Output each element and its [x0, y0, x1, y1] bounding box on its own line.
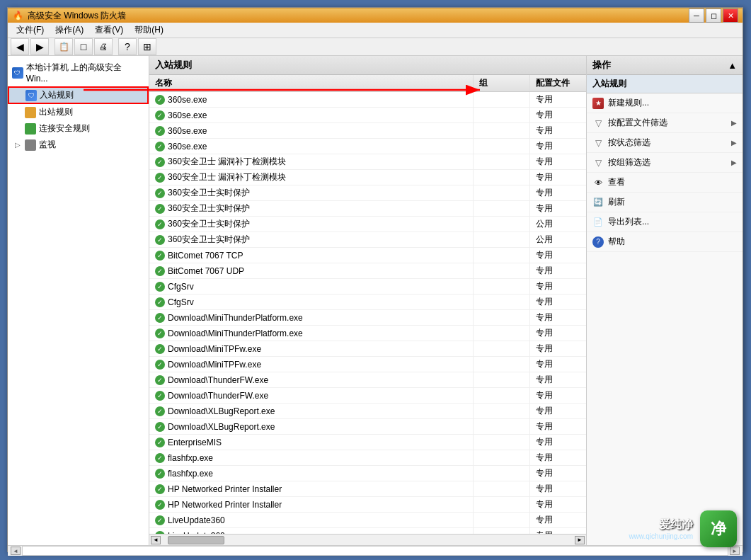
table-row[interactable]: ✓ HP Networked Printer Installer 专用	[149, 481, 586, 497]
table-row[interactable]: ✓ 360安全卫士实时保护 专用	[149, 201, 586, 217]
action-filter-group[interactable]: ▽ 按组筛选选 ▶	[587, 153, 743, 173]
rule-profile-cell: 专用	[529, 513, 586, 528]
actions-header: 操作 ▲	[587, 56, 743, 75]
rule-name: HP Networked Printer Installer	[168, 484, 282, 494]
back-button[interactable]: ◀	[11, 38, 29, 55]
table-row[interactable]: ✓ 360安全卫士 漏洞补丁检测模块 专用	[149, 170, 586, 185]
table-row[interactable]: ✓ Download\ThunderFW.exe 专用	[149, 388, 586, 404]
window-controls: ─ ◻ ✕	[689, 8, 738, 23]
rule-profile-cell: 专用	[529, 310, 586, 326]
rule-profile-cell: 专用	[529, 154, 586, 170]
table-row[interactable]: ✓ 360se.exe 专用	[149, 108, 586, 123]
table-row[interactable]: ✓ 360se.exe 专用	[149, 92, 586, 108]
forward-button[interactable]: ▶	[30, 38, 49, 55]
main-container: 🛡 本地计算机 上的高级安全 Win... 🛡 入站规则 出站规则 连接安全规则…	[8, 56, 743, 545]
table-row[interactable]: ✓ LiveUpdate360 专用	[149, 513, 586, 528]
table-row[interactable]: ✓ Download\MiniThunderPlatform.exe 专用	[149, 326, 586, 341]
status-scroll-right[interactable]: ►	[730, 547, 740, 555]
action-refresh[interactable]: 🔄 刷新	[587, 193, 743, 212]
table-scroll-area[interactable]: 名称 组 配置文件 ✓ 360se.exe	[149, 75, 586, 534]
table-row[interactable]: ✓ BitComet 7067 TCP 专用	[149, 248, 586, 263]
action-filter-status[interactable]: ▽ 按状态筛选 ▶	[587, 133, 743, 153]
rule-name-cell: ✓ 360se.exe	[149, 139, 473, 154]
rule-profile-cell: 专用	[529, 92, 586, 108]
rule-name: Download\MiniThunderPlatform.exe	[168, 328, 303, 338]
rule-profile-cell: 专用	[529, 123, 586, 139]
minimize-button[interactable]: ─	[689, 8, 704, 23]
table-row[interactable]: ✓ Download\XLBugReport.exe 专用	[149, 419, 586, 435]
action-view[interactable]: 👁 查看	[587, 173, 743, 193]
col-header-name[interactable]: 名称	[149, 75, 473, 92]
help-label: 帮助	[608, 236, 625, 248]
action-help[interactable]: ? 帮助	[587, 232, 743, 252]
table-row[interactable]: ✓ Download\ThunderFW.exe 专用	[149, 372, 586, 388]
table-row[interactable]: ✓ LiveUpdate360 专用	[149, 528, 586, 535]
table-row[interactable]: ✓ flashfxp.exe 专用	[149, 466, 586, 481]
rule-group-cell	[473, 201, 529, 217]
table-row[interactable]: ✓ 360安全卫士实时保护 公用	[149, 232, 586, 248]
actions-title: 操作	[592, 59, 611, 72]
table-row[interactable]: ✓ 360se.exe 专用	[149, 123, 586, 139]
table-row[interactable]: ✓ 360se.exe 专用	[149, 139, 586, 154]
restore-button[interactable]: ◻	[706, 8, 721, 23]
rule-name-cell: ✓ 360安全卫士 漏洞补丁检测模块	[149, 170, 473, 185]
rule-name-cell: ✓ Download\ThunderFW.exe	[149, 372, 473, 388]
help-button[interactable]: ?	[118, 38, 137, 55]
table-row[interactable]: ✓ Download\XLBugReport.exe 专用	[149, 404, 586, 419]
menu-help[interactable]: 帮助(H)	[129, 23, 169, 38]
rule-enabled-icon: ✓	[155, 484, 165, 494]
rule-profile-cell: 专用	[529, 279, 586, 295]
print-button[interactable]: 🖨	[94, 38, 113, 55]
col-header-group[interactable]: 组	[473, 75, 529, 92]
horizontal-scrollbar[interactable]: ◄ ►	[149, 534, 586, 545]
action-new-rule[interactable]: ★ 新建规则...	[587, 93, 743, 113]
watermark-logo: 净	[700, 510, 737, 547]
action-export[interactable]: 📄 导出列表...	[587, 212, 743, 232]
rule-group-cell	[473, 450, 529, 466]
table-row[interactable]: ✓ 360安全卫士实时保护 专用	[149, 185, 586, 201]
scroll-left[interactable]: ◄	[151, 536, 161, 544]
table-wrapper: 名称 组 配置文件 ✓ 360se.exe	[149, 75, 586, 545]
sidebar-item-connection[interactable]: 连接安全规则	[8, 120, 149, 137]
sidebar-item-monitor[interactable]: ▷ 监视	[8, 137, 149, 153]
rule-group-cell	[473, 341, 529, 357]
table-row[interactable]: ✓ Download\MiniTPFw.exe 专用	[149, 341, 586, 357]
table-row[interactable]: ✓ 360安全卫士 漏洞补丁检测模块 专用	[149, 154, 586, 170]
menu-view[interactable]: 查看(V)	[89, 23, 129, 38]
close-button[interactable]: ✕	[723, 8, 738, 23]
watermark-brand: 爱纯净	[659, 518, 693, 532]
rule-name: 360se.exe	[168, 126, 207, 136]
rule-enabled-icon: ✓	[155, 188, 165, 198]
copy-button[interactable]: 📋	[55, 38, 73, 55]
rule-name-cell: ✓ Download\MiniThunderPlatform.exe	[149, 326, 473, 341]
tree-root[interactable]: 🛡 本地计算机 上的高级安全 Win...	[8, 59, 149, 86]
sidebar-item-outbound[interactable]: 出站规则	[8, 104, 149, 120]
rule-enabled-icon: ✓	[155, 344, 165, 354]
rule-name-cell: ✓ LiveUpdate360	[149, 528, 473, 535]
rule-name-cell: ✓ CfgSrv	[149, 295, 473, 310]
scroll-thumb[interactable]	[168, 536, 224, 544]
collapse-icon[interactable]: ▲	[728, 60, 737, 71]
rule-name-cell: ✓ 360se.exe	[149, 92, 473, 108]
grid-button[interactable]: ⊞	[138, 38, 156, 55]
properties-button[interactable]: □	[74, 38, 93, 55]
rule-enabled-icon: ✓	[155, 235, 165, 245]
table-row[interactable]: ✓ flashfxp.exe 专用	[149, 450, 586, 466]
menu-action[interactable]: 操作(A)	[50, 23, 89, 38]
status-scroll-left[interactable]: ◄	[11, 547, 21, 555]
menu-file[interactable]: 文件(F)	[11, 23, 50, 38]
table-row[interactable]: ✓ HP Networked Printer Installer 专用	[149, 497, 586, 513]
rule-profile-cell: 专用	[529, 466, 586, 481]
scroll-right[interactable]: ►	[575, 536, 585, 544]
table-row[interactable]: ✓ 360安全卫士实时保护 公用	[149, 217, 586, 232]
table-row[interactable]: ✓ CfgSrv 专用	[149, 295, 586, 310]
col-header-profile[interactable]: 配置文件	[529, 75, 586, 92]
sidebar-item-inbound[interactable]: 🛡 入站规则	[8, 86, 149, 104]
table-row[interactable]: ✓ CfgSrv 专用	[149, 279, 586, 295]
rule-profile-cell: 专用	[529, 170, 586, 185]
table-row[interactable]: ✓ BitComet 7067 UDP 专用	[149, 263, 586, 279]
table-row[interactable]: ✓ Download\MiniThunderPlatform.exe 专用	[149, 310, 586, 326]
table-row[interactable]: ✓ EnterpriseMIS 专用	[149, 435, 586, 450]
action-filter-profile[interactable]: ▽ 按配置文件筛选 ▶	[587, 113, 743, 133]
table-row[interactable]: ✓ Download\MiniTPFw.exe 专用	[149, 357, 586, 372]
